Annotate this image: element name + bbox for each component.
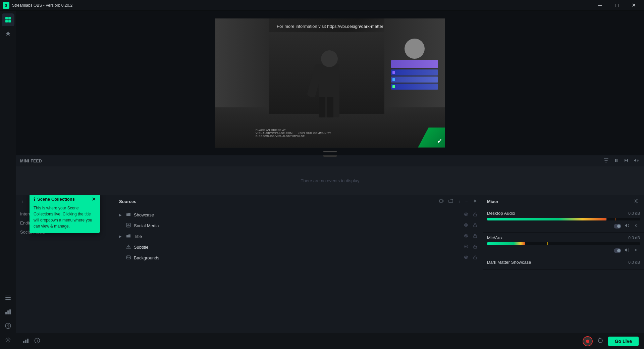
source-name: Subtitle	[134, 245, 460, 250]
source-visibility-button[interactable]	[463, 211, 470, 218]
overlay-avatar	[405, 39, 425, 59]
sources-panel-header: Sources + −	[115, 195, 483, 208]
remove-source-button[interactable]: −	[464, 198, 469, 205]
source-alert-icon	[126, 244, 131, 250]
content-area: For more information visit https://vbi.d…	[16, 11, 644, 349]
source-lock-button[interactable]	[472, 222, 479, 229]
source-image-icon	[126, 255, 131, 261]
source-actions	[463, 244, 479, 250]
mini-feed-filter-button[interactable]	[602, 157, 610, 164]
bottom-bar-left	[21, 336, 42, 346]
mixer-settings-channel-button[interactable]	[633, 247, 640, 254]
source-lock-button[interactable]	[472, 254, 479, 261]
svg-point-18	[474, 200, 476, 202]
source-visibility-button[interactable]	[463, 222, 470, 229]
mini-feed-skip-button[interactable]	[623, 157, 630, 164]
svg-point-24	[466, 235, 467, 237]
svg-rect-4	[5, 296, 11, 296]
info-button[interactable]	[33, 336, 42, 346]
svg-point-26	[466, 246, 467, 247]
source-item-title[interactable]: ▶ Title	[115, 231, 483, 242]
overlay-name-bar	[391, 60, 438, 68]
maximize-button[interactable]: □	[609, 0, 625, 11]
source-item-showcase[interactable]: ▶ Showcase	[115, 209, 483, 220]
svg-rect-8	[7, 310, 9, 314]
mixer-item-header: Desktop Audio 0.0 dB	[487, 211, 640, 216]
tooltip-title-row: ℹ Scene Collections	[34, 197, 75, 202]
mixer-bar-fill	[487, 218, 606, 220]
mixer-mute-button[interactable]	[623, 222, 631, 230]
minimize-button[interactable]: ─	[592, 0, 608, 11]
sidebar: ?	[0, 11, 16, 349]
source-lock-button[interactable]	[472, 244, 479, 250]
mixer-item-header: Dark Matter Showcase 0.0 dB	[487, 260, 640, 265]
preview-handle[interactable]	[323, 151, 337, 152]
svg-point-12	[7, 339, 9, 341]
preview-area: For more information visit https://vbi.d…	[16, 11, 644, 155]
svg-point-30	[466, 257, 467, 258]
info-icon: ℹ	[34, 197, 35, 202]
svg-point-22	[466, 225, 467, 226]
mixer-mute-button[interactable]	[623, 247, 631, 254]
svg-rect-3	[8, 20, 11, 22]
scene-collections-tooltip: ℹ Scene Collections ✕ This is where your…	[30, 195, 100, 233]
mixer-toggle[interactable]	[614, 224, 621, 229]
mixer-knob-inner	[617, 249, 621, 252]
source-item-backgrounds[interactable]: Backgrounds	[115, 252, 483, 263]
svg-point-33	[636, 225, 637, 227]
sidebar-item-help[interactable]: ?	[2, 319, 14, 332]
add-scene-button[interactable]: +	[20, 198, 25, 205]
go-live-button[interactable]: Go Live	[608, 337, 639, 346]
tooltip-close-button[interactable]: ✕	[92, 196, 96, 202]
sources-panel-title: Sources	[119, 199, 136, 204]
mixer-panel: Mixer Desktop Audio 0.0 dB	[483, 195, 644, 349]
mixer-channel-dark-matter: Dark Matter Showcase 0.0 dB	[483, 257, 644, 270]
source-item-social-media[interactable]: Social Media	[115, 220, 483, 231]
source-visibility-button[interactable]	[463, 254, 470, 261]
source-actions	[463, 233, 479, 240]
preview-canvas: For more information visit https://vbi.d…	[215, 18, 445, 148]
sources-settings-button[interactable]	[471, 198, 479, 205]
svg-rect-5	[5, 297, 11, 298]
bottom-bar: Go Live	[16, 333, 644, 349]
svg-rect-14	[616, 159, 618, 162]
add-source-button[interactable]: +	[457, 198, 462, 205]
sources-camera-button[interactable]	[438, 198, 445, 205]
sidebar-item-scenes[interactable]	[2, 291, 14, 304]
source-name: Backgrounds	[134, 255, 460, 260]
record-button[interactable]	[583, 336, 593, 346]
mixer-toggle[interactable]	[614, 248, 621, 253]
svg-rect-13	[615, 159, 616, 162]
source-lock-button[interactable]	[472, 233, 479, 240]
mini-feed-pause-button[interactable]	[612, 157, 620, 164]
mixer-settings-channel-button[interactable]	[633, 222, 640, 230]
source-item-subtitle[interactable]: Subtitle	[115, 242, 483, 252]
svg-point-29	[127, 256, 128, 257]
mini-feed-header: Mini Feed	[16, 155, 644, 166]
tooltip-title: Scene Collections	[37, 197, 75, 202]
mixer-bar-container	[487, 218, 640, 220]
sidebar-item-home[interactable]	[2, 13, 14, 26]
source-folder-icon	[126, 234, 131, 239]
overlay-stat-bar-2	[391, 77, 438, 83]
svg-rect-37	[27, 339, 29, 343]
mixer-channel-name: Desktop Audio	[487, 211, 515, 216]
sidebar-item-themes[interactable]	[2, 28, 14, 40]
sources-folder-button[interactable]	[447, 198, 454, 205]
mixer-settings-button[interactable]	[633, 198, 640, 205]
sidebar-item-stats[interactable]	[2, 305, 14, 318]
sidebar-item-settings[interactable]	[2, 334, 14, 346]
mini-feed-drag-handle[interactable]	[323, 155, 337, 157]
tooltip-header: ℹ Scene Collections ✕	[34, 196, 96, 202]
close-button[interactable]: ✕	[626, 0, 641, 11]
mini-feed-volume-button[interactable]	[633, 157, 640, 164]
titlebar: S Streamlabs OBS - Version: 0.20.2 ─ □ ✕	[0, 0, 644, 11]
svg-rect-36	[25, 340, 26, 343]
mixer-panel-title: Mixer	[487, 199, 498, 204]
source-lock-button[interactable]	[472, 211, 479, 218]
titlebar-controls: ─ □ ✕	[592, 0, 641, 11]
source-visibility-button[interactable]	[463, 233, 470, 240]
source-visibility-button[interactable]	[463, 244, 470, 250]
stats-chart-button[interactable]	[21, 336, 30, 346]
undo-button[interactable]	[596, 336, 605, 346]
